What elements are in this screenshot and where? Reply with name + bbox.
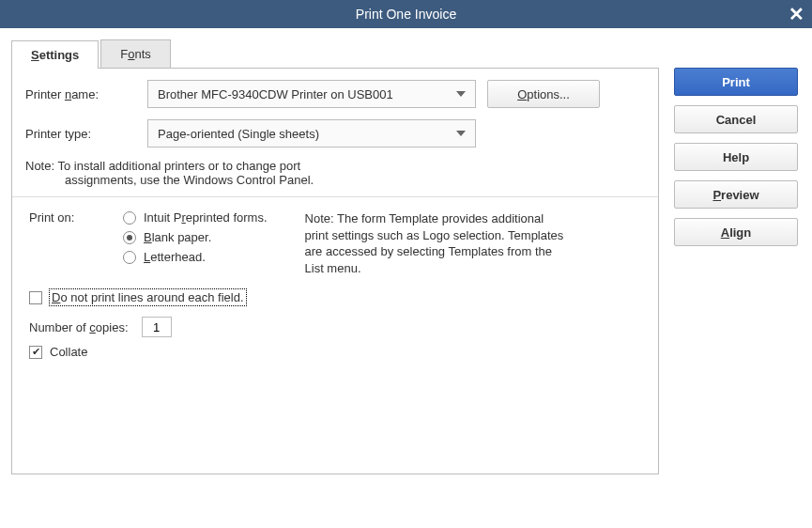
radio-icon (123, 251, 136, 264)
copies-input[interactable] (142, 317, 172, 337)
help-button-label: Help (723, 150, 749, 164)
collate-label: Collate (50, 345, 87, 359)
printer-type-dropdown[interactable]: Page-oriented (Single sheets) (147, 119, 476, 148)
printer-type-row: Printer type: Page-oriented (Single shee… (25, 119, 645, 148)
settings-panel: Printer name: Brother MFC-9340CDW Printe… (11, 68, 659, 474)
printer-type-label: Printer type: (25, 127, 147, 141)
window-title: Print One Invoice (356, 7, 456, 22)
printer-name-dropdown[interactable]: Brother MFC-9340CDW Printer on USB001 (147, 80, 476, 108)
print-button[interactable]: Print (674, 68, 798, 96)
preview-button-label: Preview (712, 188, 758, 202)
close-icon[interactable]: ✕ (789, 0, 804, 28)
print-on-radio-group: Intuit Preprinted forms. Blank paper. Le… (123, 210, 268, 276)
no-lines-label: Do not print lines around each field. (50, 289, 246, 305)
printer-name-value: Brother MFC-9340CDW Printer on USB001 (158, 87, 393, 101)
printer-name-label: Printer name: (25, 87, 147, 101)
install-note-line2: assignments, use the Windows Control Pan… (25, 173, 645, 187)
align-button-label: Align (721, 225, 752, 240)
printer-type-value: Page-oriented (Single sheets) (158, 127, 319, 141)
right-button-column: Print Cancel Help Preview Align (674, 39, 801, 474)
left-column: Settings Fonts Printer name: Brother MFC… (11, 39, 659, 474)
tab-fonts-hotkey: o (128, 47, 134, 61)
tab-strip: Settings Fonts (11, 39, 659, 68)
print-on-row: Print on: Intuit Preprinted forms. Blank… (29, 210, 641, 276)
tab-fonts[interactable]: Fonts (100, 39, 171, 68)
print-on-left: Print on: Intuit Preprinted forms. Blank… (29, 210, 268, 276)
preview-button[interactable]: Preview (674, 180, 798, 209)
radio-preprinted[interactable]: Intuit Preprinted forms. (123, 210, 268, 225)
titlebar: Print One Invoice ✕ (0, 0, 812, 28)
radio-blank[interactable]: Blank paper. (123, 230, 268, 244)
align-button[interactable]: Align (674, 218, 798, 246)
chevron-down-icon (456, 131, 466, 136)
print-options-section: Print on: Intuit Preprinted forms. Blank… (12, 196, 658, 462)
radio-blank-label: Blank paper. (144, 230, 211, 244)
chevron-down-icon (456, 91, 466, 97)
radio-icon (123, 231, 136, 244)
checkbox-icon (29, 291, 42, 304)
print-on-label: Print on: (29, 210, 123, 276)
install-note: Note: To install additional printers or … (25, 159, 645, 187)
printer-name-row: Printer name: Brother MFC-9340CDW Printe… (25, 80, 645, 108)
copies-row: Number of copies: (29, 317, 641, 337)
help-button[interactable]: Help (674, 143, 798, 171)
print-button-label: Print (722, 75, 750, 89)
options-button[interactable]: Options... (487, 80, 600, 108)
dialog-content: Settings Fonts Printer name: Brother MFC… (0, 28, 812, 474)
checkbox-icon (29, 346, 42, 359)
no-lines-checkbox-row[interactable]: Do not print lines around each field. (29, 289, 641, 305)
collate-checkbox-row[interactable]: Collate (29, 345, 641, 359)
tab-settings[interactable]: Settings (11, 40, 99, 69)
template-note: Note: The form Template provides additio… (305, 210, 568, 276)
cancel-button[interactable]: Cancel (674, 105, 798, 133)
tab-settings-hotkey: S (31, 48, 39, 62)
cancel-button-label: Cancel (716, 113, 757, 127)
radio-icon (123, 211, 136, 225)
radio-letterhead[interactable]: Letterhead. (123, 250, 268, 264)
install-note-line1: Note: To install additional printers or … (25, 159, 300, 173)
copies-label: Number of copies: (29, 320, 129, 334)
radio-preprinted-label: Intuit Preprinted forms. (144, 210, 268, 225)
radio-letterhead-label: Letterhead. (144, 250, 206, 264)
